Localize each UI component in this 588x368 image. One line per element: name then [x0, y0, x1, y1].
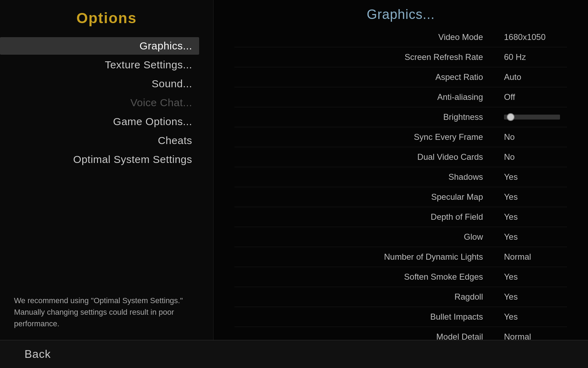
- setting-label: Bullet Impacts: [234, 312, 504, 322]
- setting-label: Soften Smoke Edges: [234, 272, 504, 282]
- setting-label: Video Mode: [234, 32, 504, 42]
- nav-item-voice_chat: Voice Chat...: [0, 94, 199, 111]
- setting-row: Bullet ImpactsYes: [234, 307, 567, 327]
- setting-label: Depth of Field: [234, 212, 504, 222]
- setting-row: RagdollYes: [234, 287, 567, 307]
- setting-value[interactable]: Yes: [504, 312, 567, 322]
- setting-row: Screen Refresh Rate60 Hz: [234, 47, 567, 67]
- setting-label: Sync Every Frame: [234, 132, 504, 142]
- setting-label: Anti-aliasing: [234, 92, 504, 102]
- setting-value[interactable]: Auto: [504, 72, 567, 82]
- brightness-slider[interactable]: [504, 115, 567, 120]
- setting-row: Aspect RatioAuto: [234, 67, 567, 87]
- setting-label: Dual Video Cards: [234, 152, 504, 162]
- recommendation-text: We recommend using "Optimal System Setti…: [0, 284, 213, 340]
- setting-label: Shadows: [234, 172, 504, 182]
- setting-row: Dual Video CardsNo: [234, 147, 567, 167]
- setting-row: Soften Smoke EdgesYes: [234, 267, 567, 287]
- nav-item-game_options[interactable]: Game Options...: [0, 113, 199, 130]
- setting-label: Model Detail: [234, 332, 504, 340]
- nav-menu: Graphics...Texture Settings...Sound...Vo…: [0, 37, 213, 168]
- setting-row: Specular MapYes: [234, 187, 567, 207]
- setting-label: Brightness: [234, 112, 504, 122]
- setting-value[interactable]: 588x368: [504, 32, 567, 42]
- slider-thumb: [507, 113, 514, 121]
- setting-value[interactable]: Normal: [504, 252, 567, 262]
- nav-item-graphics[interactable]: Graphics...: [0, 37, 199, 55]
- setting-row: Video Mode1680x1050: [234, 27, 567, 47]
- setting-row: Depth of FieldYes: [234, 207, 567, 227]
- setting-value[interactable]: 60 Hz: [504, 52, 567, 62]
- setting-label: Ragdoll: [234, 292, 504, 302]
- panel-title: Graphics...: [214, 0, 588, 27]
- setting-value[interactable]: No: [504, 132, 567, 142]
- setting-value[interactable]: No: [504, 152, 567, 162]
- setting-value[interactable]: Yes: [504, 192, 567, 202]
- setting-value[interactable]: Yes: [504, 212, 567, 222]
- right-panel: Graphics... Video Mode1680x1050Screen Re…: [214, 0, 588, 340]
- slider-track: [504, 115, 560, 120]
- setting-value[interactable]: Yes: [504, 232, 567, 242]
- setting-row: ShadowsYes: [234, 167, 567, 187]
- setting-value[interactable]: Off: [504, 92, 567, 102]
- setting-label: Specular Map: [234, 192, 504, 202]
- setting-label: Aspect Ratio: [234, 72, 504, 82]
- left-panel: Options Graphics...Texture Settings...So…: [0, 0, 214, 340]
- settings-list: Video Mode1680x1050Screen Refresh Rate60…: [214, 27, 588, 340]
- setting-value[interactable]: Yes: [504, 272, 567, 282]
- setting-row: Sync Every FrameNo: [234, 127, 567, 147]
- setting-row: Anti-aliasingOff: [234, 87, 567, 107]
- setting-label: Screen Refresh Rate: [234, 52, 504, 62]
- setting-label: Glow: [234, 232, 504, 242]
- nav-item-texture[interactable]: Texture Settings...: [0, 56, 199, 74]
- nav-item-sound[interactable]: Sound...: [0, 75, 199, 93]
- setting-value[interactable]: Yes: [504, 292, 567, 302]
- setting-label: Number of Dynamic Lights: [234, 252, 504, 262]
- setting-row: Model DetailNormal: [234, 327, 567, 340]
- setting-row: GlowYes: [234, 227, 567, 247]
- setting-row: Number of Dynamic LightsNormal: [234, 247, 567, 267]
- setting-value[interactable]: Yes: [504, 172, 567, 182]
- setting-value[interactable]: Normal: [504, 332, 567, 340]
- back-button[interactable]: Back: [14, 345, 61, 363]
- nav-item-cheats[interactable]: Cheats: [0, 132, 199, 149]
- options-title: Options: [0, 4, 213, 34]
- nav-item-optimal[interactable]: Optimal System Settings: [0, 151, 199, 168]
- setting-row: Brightness: [234, 107, 567, 127]
- bottom-bar: Back: [0, 340, 588, 368]
